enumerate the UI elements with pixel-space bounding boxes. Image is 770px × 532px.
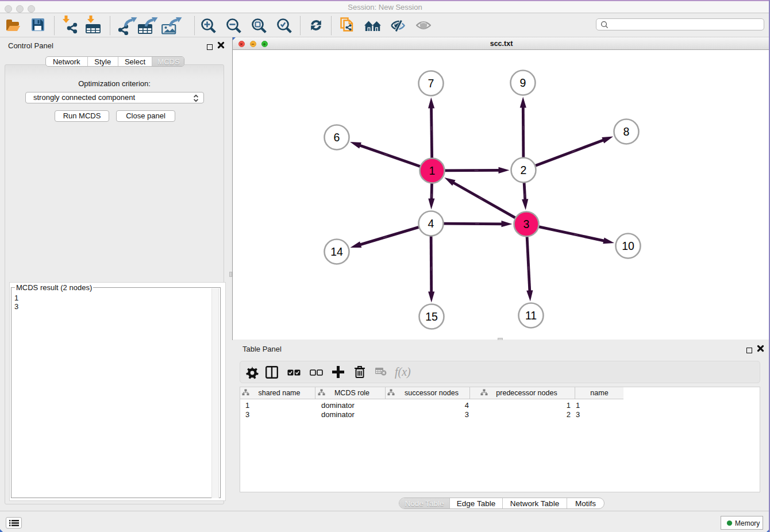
svg-text:10: 10 [622,240,634,252]
svg-text:11: 11 [525,309,537,322]
svg-text:2: 2 [521,164,527,176]
svg-text:14: 14 [330,245,343,258]
svg-text:1: 1 [429,164,436,177]
svg-text:6: 6 [334,131,340,144]
svg-text:8: 8 [623,125,630,138]
svg-text:15: 15 [425,310,438,323]
svg-text:3: 3 [523,218,530,230]
svg-text:4: 4 [428,217,434,230]
svg-text:7: 7 [428,77,434,90]
svg-text:9: 9 [520,76,526,89]
